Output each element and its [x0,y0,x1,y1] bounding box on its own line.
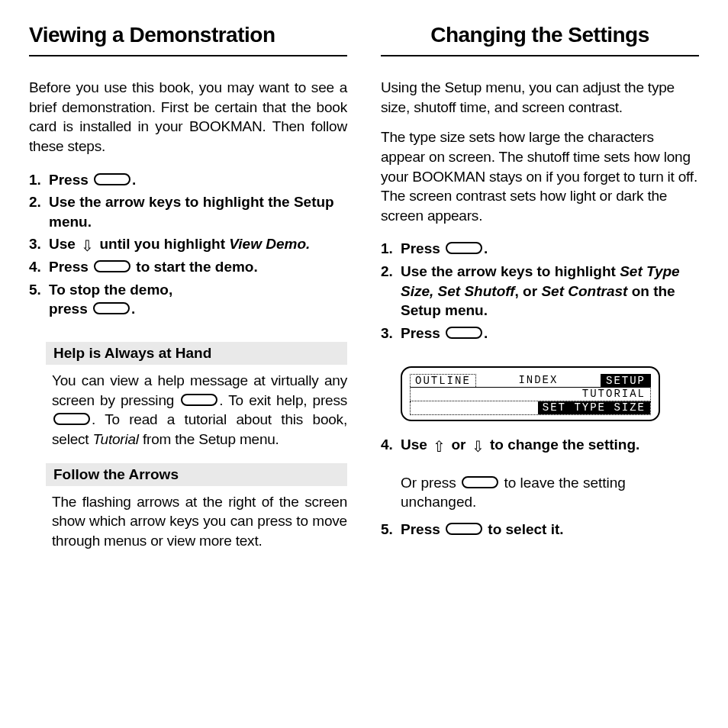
step-2: Use the arrow keys to highlight Set Type… [381,262,699,321]
clear-key-icon [53,413,90,425]
note-help-body: You can view a help message at virtually… [52,371,347,449]
enter-key-icon [446,523,482,535]
note-help-heading: Help is Always at Hand [46,342,347,365]
intro-right-1: Using the Setup menu, you can adjust the… [381,78,699,117]
step-4: Use ⇧ or ⇩ to change the setting. [381,435,699,455]
lcd-tab-index: INDEX [514,374,562,388]
note-arrows-body: The flashing arrows at the right of the … [52,492,347,551]
heading-changing-settings: Changing the Settings [381,23,699,56]
right-column: Changing the Settings Using the Setup me… [381,23,699,705]
step-5: To stop the demo, press . [29,280,347,319]
steps-right-cont2: Press to select it. [381,520,699,543]
steps-right-cont: Use ⇧ or ⇩ to change the setting. [381,435,699,458]
help-key-icon [181,394,217,406]
enter-key-icon [446,327,482,339]
step-2: Use the arrow keys to highlight the Setu… [29,192,347,231]
intro-right-2: The type size sets how large the charact… [381,127,699,225]
step-3: Press . [381,324,699,343]
lcd-row-set-type-size: SET TYPE SIZE [538,401,650,414]
steps-right: Press . Use the arrow keys to highlight … [381,239,699,346]
left-column: Viewing a Demonstration Before you use t… [29,23,347,705]
step-3: Use ⇩ until you highlight View Demo. [29,234,347,254]
clear-key-icon [462,476,498,488]
step-4-sub: Or press to leave the setting unchanged. [381,473,699,512]
menu-key-icon [446,242,482,254]
enter-key-icon [94,173,130,185]
lcd-tab-setup: SETUP [601,374,651,388]
step-1: Press . [381,239,699,259]
steps-left: Press . Use the arrow keys to highlight … [29,170,347,322]
intro-left: Before you use this book, you may want t… [29,78,347,156]
note-arrows-heading: Follow the Arrows [46,463,347,486]
lcd-tabs: OUTLINE INDEX SETUP [410,374,651,388]
heading-viewing-demo: Viewing a Demonstration [29,23,347,56]
enter-key-icon [94,260,130,272]
lcd-row-tutorial: TUTORIAL [410,387,651,401]
step-1: Press . [29,170,347,190]
lcd-tab-outline: OUTLINE [410,374,476,388]
step-5: Press to select it. [381,520,699,540]
clear-key-icon [93,302,130,314]
lcd-screen: OUTLINE INDEX SETUP TUTORIAL SET TYPE SI… [401,366,660,421]
step-4: Press to start the demo. [29,257,347,277]
